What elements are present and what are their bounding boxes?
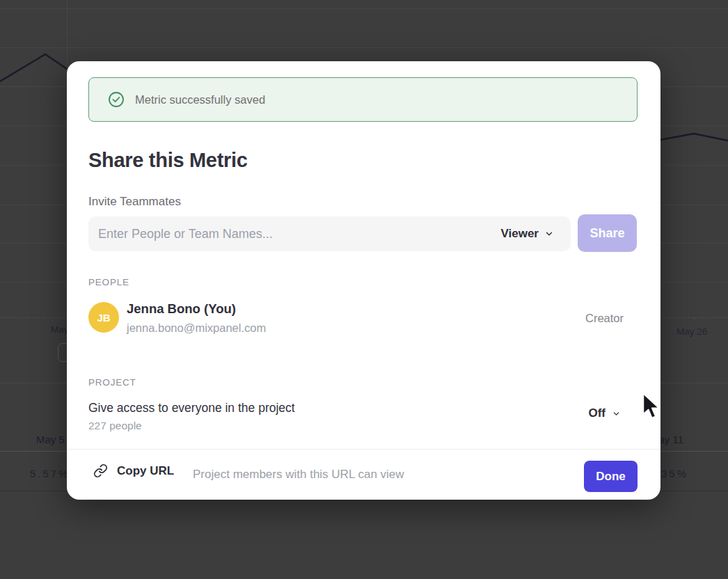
- person-role-badge: Creator: [585, 312, 624, 325]
- done-button[interactable]: Done: [584, 461, 638, 492]
- project-access-value: Off: [588, 406, 606, 420]
- role-dropdown-value: Viewer: [500, 227, 539, 241]
- person-name: Jenna Bono (You): [127, 301, 236, 317]
- avatar-initials: JB: [97, 312, 110, 324]
- share-metric-modal: Metric successfully saved Share this Met…: [67, 61, 660, 500]
- person-email: jenna.bono@mixpanel.com: [127, 322, 266, 335]
- chevron-down-icon: [544, 229, 554, 239]
- invite-input-container: Viewer: [88, 216, 571, 251]
- table-date-may-5: May 5: [36, 434, 65, 445]
- footer-divider: [67, 449, 660, 450]
- toast-message: Metric successfully saved: [135, 93, 265, 106]
- share-button[interactable]: Share: [578, 214, 637, 252]
- project-access-title: Give access to everyone in the project: [88, 401, 295, 415]
- axis-label-partial: May: [51, 324, 67, 335]
- table-value-right: 35%: [661, 468, 688, 479]
- modal-title: Share this Metric: [88, 149, 248, 172]
- table-value-left: 5.57%: [30, 468, 70, 479]
- copy-url-label: Copy URL: [117, 464, 174, 478]
- people-section-label: PEOPLE: [88, 277, 129, 287]
- copy-url-button[interactable]: Copy URL: [93, 463, 174, 478]
- role-dropdown[interactable]: Viewer: [500, 216, 554, 251]
- avatar: JB: [88, 302, 119, 333]
- chevron-down-icon: [612, 409, 621, 418]
- project-people-count: 227 people: [88, 420, 142, 432]
- invite-input[interactable]: [98, 216, 467, 251]
- success-toast: Metric successfully saved: [88, 77, 638, 122]
- url-permission-hint: Project members with this URL can view: [193, 468, 404, 482]
- check-circle-icon: [108, 91, 125, 108]
- invite-teammates-label: Invite Teammates: [88, 195, 181, 209]
- mouse-cursor: [640, 392, 663, 422]
- project-section-label: PROJECT: [88, 377, 136, 388]
- axis-label-may-26: May 26: [676, 326, 707, 337]
- project-access-dropdown[interactable]: Off: [588, 404, 621, 423]
- link-icon: [93, 463, 108, 478]
